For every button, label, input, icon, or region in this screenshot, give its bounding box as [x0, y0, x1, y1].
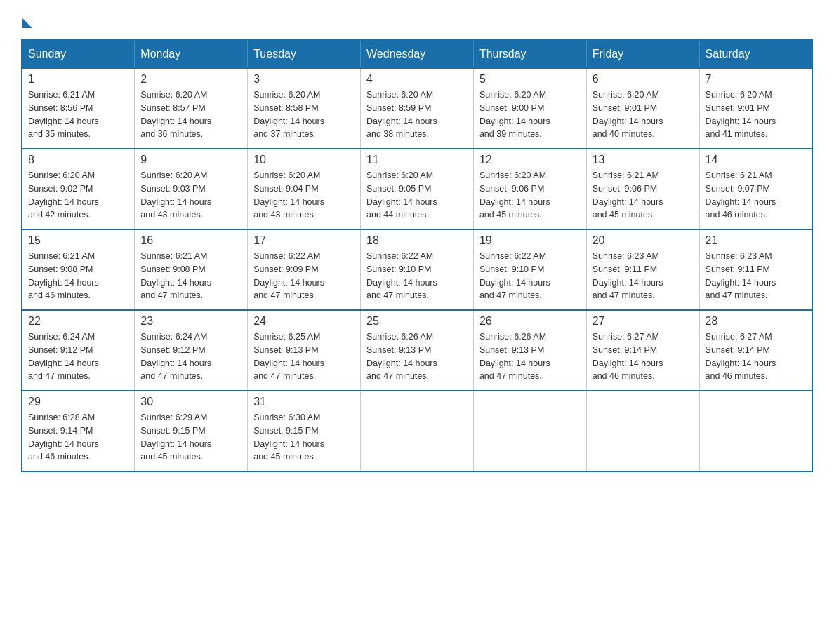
day-info: Sunrise: 6:21 AMSunset: 9:08 PMDaylight:…	[28, 251, 99, 300]
calendar-cell: 10 Sunrise: 6:20 AMSunset: 9:04 PMDaylig…	[248, 149, 361, 229]
day-header-saturday: Saturday	[699, 40, 812, 68]
calendar-cell: 24 Sunrise: 6:25 AMSunset: 9:13 PMDaylig…	[248, 310, 361, 391]
day-number: 21	[706, 234, 806, 247]
day-info: Sunrise: 6:27 AMSunset: 9:14 PMDaylight:…	[593, 332, 663, 381]
day-header-monday: Monday	[135, 40, 248, 68]
day-info: Sunrise: 6:21 AMSunset: 8:56 PMDaylight:…	[28, 90, 99, 139]
day-info: Sunrise: 6:26 AMSunset: 9:13 PMDaylight:…	[366, 332, 437, 381]
calendar-week-row: 29 Sunrise: 6:28 AMSunset: 9:14 PMDaylig…	[22, 391, 812, 471]
calendar-week-row: 15 Sunrise: 6:21 AMSunset: 9:08 PMDaylig…	[22, 229, 812, 310]
calendar-cell: 22 Sunrise: 6:24 AMSunset: 9:12 PMDaylig…	[22, 310, 135, 391]
logo-triangle-icon	[22, 18, 32, 28]
calendar-cell: 20 Sunrise: 6:23 AMSunset: 9:11 PMDaylig…	[586, 229, 699, 310]
day-number: 20	[593, 234, 694, 247]
day-info: Sunrise: 6:20 AMSunset: 9:02 PMDaylight:…	[28, 170, 99, 220]
day-number: 11	[366, 154, 468, 166]
day-number: 10	[253, 154, 355, 166]
day-number: 17	[253, 234, 355, 247]
day-number: 18	[366, 234, 468, 247]
calendar-week-row: 8 Sunrise: 6:20 AMSunset: 9:02 PMDayligh…	[22, 149, 812, 229]
day-number: 31	[253, 396, 355, 408]
calendar-cell: 3 Sunrise: 6:20 AMSunset: 8:58 PMDayligh…	[248, 68, 361, 149]
day-number: 16	[140, 234, 241, 247]
calendar-cell: 13 Sunrise: 6:21 AMSunset: 9:06 PMDaylig…	[586, 149, 699, 229]
day-number: 8	[28, 154, 128, 166]
calendar-cell: 2 Sunrise: 6:20 AMSunset: 8:57 PMDayligh…	[135, 68, 248, 149]
day-number: 22	[28, 315, 128, 328]
calendar-cell	[361, 391, 474, 471]
day-info: Sunrise: 6:21 AMSunset: 9:08 PMDaylight:…	[140, 251, 211, 300]
day-number: 3	[253, 73, 355, 86]
day-info: Sunrise: 6:20 AMSunset: 8:58 PMDaylight:…	[253, 90, 324, 139]
calendar-cell	[699, 391, 812, 471]
day-header-wednesday: Wednesday	[361, 40, 474, 68]
day-number: 6	[593, 73, 694, 86]
day-info: Sunrise: 6:30 AMSunset: 9:15 PMDaylight:…	[253, 412, 324, 462]
calendar-cell: 8 Sunrise: 6:20 AMSunset: 9:02 PMDayligh…	[22, 149, 135, 229]
calendar-cell: 23 Sunrise: 6:24 AMSunset: 9:12 PMDaylig…	[135, 310, 248, 391]
day-number: 19	[479, 234, 581, 247]
day-number: 24	[253, 315, 355, 328]
day-number: 23	[140, 315, 241, 328]
day-info: Sunrise: 6:29 AMSunset: 9:15 PMDaylight:…	[140, 412, 211, 462]
day-info: Sunrise: 6:20 AMSunset: 9:00 PMDaylight:…	[479, 90, 550, 139]
calendar-cell: 5 Sunrise: 6:20 AMSunset: 9:00 PMDayligh…	[473, 68, 586, 149]
day-info: Sunrise: 6:20 AMSunset: 8:57 PMDaylight:…	[140, 90, 211, 139]
calendar-cell: 19 Sunrise: 6:22 AMSunset: 9:10 PMDaylig…	[473, 229, 586, 310]
day-header-thursday: Thursday	[473, 40, 586, 68]
day-info: Sunrise: 6:20 AMSunset: 9:05 PMDaylight:…	[366, 170, 437, 220]
calendar-cell: 18 Sunrise: 6:22 AMSunset: 9:10 PMDaylig…	[361, 229, 474, 310]
logo	[21, 14, 32, 25]
calendar-table: SundayMondayTuesdayWednesdayThursdayFrid…	[21, 39, 813, 472]
day-info: Sunrise: 6:22 AMSunset: 9:09 PMDaylight:…	[253, 251, 324, 300]
day-info: Sunrise: 6:23 AMSunset: 9:11 PMDaylight:…	[593, 251, 663, 300]
calendar-cell: 21 Sunrise: 6:23 AMSunset: 9:11 PMDaylig…	[699, 229, 812, 310]
calendar-cell	[586, 391, 699, 471]
calendar-cell: 6 Sunrise: 6:20 AMSunset: 9:01 PMDayligh…	[586, 68, 699, 149]
day-number: 29	[28, 396, 128, 408]
day-info: Sunrise: 6:22 AMSunset: 9:10 PMDaylight:…	[479, 251, 550, 300]
calendar-week-row: 1 Sunrise: 6:21 AMSunset: 8:56 PMDayligh…	[22, 68, 812, 149]
calendar-cell: 9 Sunrise: 6:20 AMSunset: 9:03 PMDayligh…	[135, 149, 248, 229]
calendar-cell: 27 Sunrise: 6:27 AMSunset: 9:14 PMDaylig…	[586, 310, 699, 391]
day-number: 14	[706, 154, 806, 166]
calendar-week-row: 22 Sunrise: 6:24 AMSunset: 9:12 PMDaylig…	[22, 310, 812, 391]
day-info: Sunrise: 6:23 AMSunset: 9:11 PMDaylight:…	[706, 251, 776, 300]
calendar-cell: 15 Sunrise: 6:21 AMSunset: 9:08 PMDaylig…	[22, 229, 135, 310]
calendar-cell: 16 Sunrise: 6:21 AMSunset: 9:08 PMDaylig…	[135, 229, 248, 310]
day-number: 15	[28, 234, 128, 247]
day-number: 7	[706, 73, 806, 86]
day-number: 12	[479, 154, 581, 166]
calendar-cell: 26 Sunrise: 6:26 AMSunset: 9:13 PMDaylig…	[473, 310, 586, 391]
day-info: Sunrise: 6:20 AMSunset: 9:01 PMDaylight:…	[593, 90, 663, 139]
day-info: Sunrise: 6:24 AMSunset: 9:12 PMDaylight:…	[28, 332, 99, 381]
day-info: Sunrise: 6:20 AMSunset: 9:03 PMDaylight:…	[140, 170, 211, 220]
calendar-cell: 11 Sunrise: 6:20 AMSunset: 9:05 PMDaylig…	[361, 149, 474, 229]
calendar-cell	[473, 391, 586, 471]
day-info: Sunrise: 6:21 AMSunset: 9:06 PMDaylight:…	[593, 170, 663, 220]
day-number: 9	[140, 154, 241, 166]
day-number: 27	[593, 315, 694, 328]
day-number: 4	[366, 73, 468, 86]
day-number: 2	[140, 73, 241, 86]
calendar-cell: 7 Sunrise: 6:20 AMSunset: 9:01 PMDayligh…	[699, 68, 812, 149]
calendar-cell: 29 Sunrise: 6:28 AMSunset: 9:14 PMDaylig…	[22, 391, 135, 471]
day-number: 30	[140, 396, 241, 408]
day-number: 1	[28, 73, 128, 86]
calendar-cell: 30 Sunrise: 6:29 AMSunset: 9:15 PMDaylig…	[135, 391, 248, 471]
calendar-cell: 31 Sunrise: 6:30 AMSunset: 9:15 PMDaylig…	[248, 391, 361, 471]
day-info: Sunrise: 6:24 AMSunset: 9:12 PMDaylight:…	[140, 332, 211, 381]
calendar-cell: 28 Sunrise: 6:27 AMSunset: 9:14 PMDaylig…	[699, 310, 812, 391]
day-number: 13	[593, 154, 694, 166]
day-info: Sunrise: 6:22 AMSunset: 9:10 PMDaylight:…	[366, 251, 437, 300]
day-header-sunday: Sunday	[22, 40, 135, 68]
day-header-tuesday: Tuesday	[248, 40, 361, 68]
day-number: 26	[479, 315, 581, 328]
day-info: Sunrise: 6:20 AMSunset: 9:04 PMDaylight:…	[253, 170, 324, 220]
day-info: Sunrise: 6:20 AMSunset: 9:01 PMDaylight:…	[706, 90, 776, 139]
calendar-cell: 25 Sunrise: 6:26 AMSunset: 9:13 PMDaylig…	[361, 310, 474, 391]
day-header-friday: Friday	[586, 40, 699, 68]
day-info: Sunrise: 6:28 AMSunset: 9:14 PMDaylight:…	[28, 412, 99, 462]
day-number: 28	[706, 315, 806, 328]
day-number: 25	[366, 315, 468, 328]
